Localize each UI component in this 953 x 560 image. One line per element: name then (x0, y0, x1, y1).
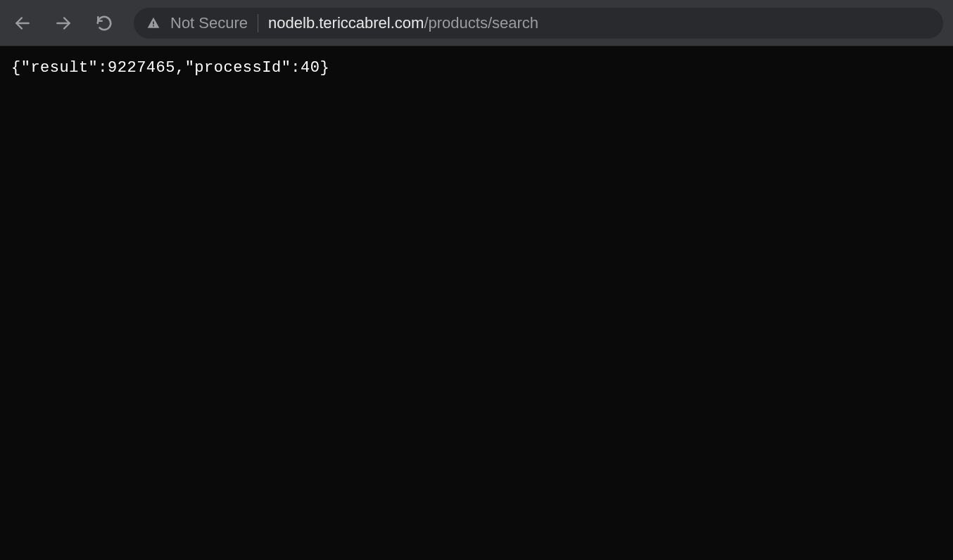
forward-button[interactable] (51, 11, 76, 36)
svg-rect-3 (153, 25, 154, 26)
url-path: /products/search (424, 14, 538, 32)
reload-icon (95, 14, 113, 32)
arrow-left-icon (13, 14, 32, 32)
arrow-right-icon (54, 14, 72, 32)
not-secure-icon (146, 16, 160, 30)
address-bar[interactable]: Not Secure nodelb.tericcabrel.com/produc… (134, 8, 943, 39)
url-host: nodelb.tericcabrel.com (268, 14, 424, 32)
browser-toolbar: Not Secure nodelb.tericcabrel.com/produc… (0, 0, 953, 46)
url-display: nodelb.tericcabrel.com/products/search (268, 14, 538, 32)
back-button[interactable] (10, 11, 35, 36)
not-secure-label: Not Secure (170, 14, 248, 32)
svg-rect-2 (153, 21, 154, 24)
address-separator (258, 14, 258, 32)
page-content: {"result":9227465,"processId":40} (0, 46, 953, 89)
reload-button[interactable] (91, 11, 117, 36)
nav-buttons (10, 11, 117, 36)
